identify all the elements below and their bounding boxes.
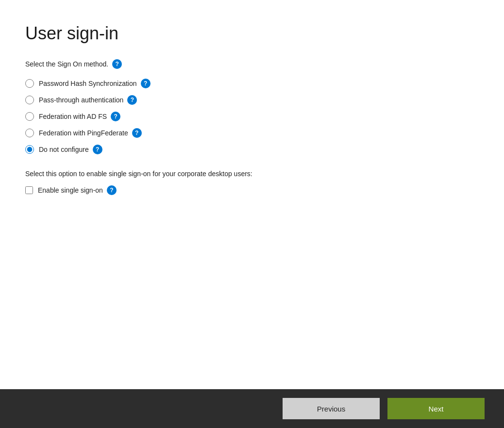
help-icon-sso[interactable]: ? bbox=[107, 185, 117, 195]
checkbox-item-sso[interactable]: Enable single sign-on ? bbox=[25, 185, 479, 195]
sso-description: Select this option to enable single sign… bbox=[25, 170, 479, 178]
radio-item-adfs[interactable]: Federation with AD FS ? bbox=[25, 112, 479, 121]
sign-on-radio-group: Password Hash Synchronization ? Pass-thr… bbox=[25, 79, 479, 154]
section-help-icon[interactable]: ? bbox=[112, 59, 122, 69]
main-content: User sign-in Select the Sign On method. … bbox=[0, 0, 504, 389]
next-button[interactable]: Next bbox=[387, 398, 485, 419]
help-icon-phs[interactable]: ? bbox=[141, 79, 151, 88]
radio-item-phs[interactable]: Password Hash Synchronization ? bbox=[25, 79, 479, 88]
sso-section: Select this option to enable single sign… bbox=[25, 170, 479, 195]
radio-ping[interactable] bbox=[25, 129, 34, 137]
help-icon-pta[interactable]: ? bbox=[127, 95, 137, 105]
radio-phs[interactable] bbox=[25, 79, 34, 88]
radio-adfs[interactable] bbox=[25, 112, 34, 121]
radio-none[interactable] bbox=[25, 145, 34, 154]
radio-item-none[interactable]: Do not configure ? bbox=[25, 145, 479, 154]
help-icon-none[interactable]: ? bbox=[93, 145, 102, 154]
help-icon-ping[interactable]: ? bbox=[132, 128, 142, 138]
checkbox-sso[interactable] bbox=[25, 186, 33, 194]
footer: Previous Next bbox=[0, 389, 504, 428]
radio-pta[interactable] bbox=[25, 96, 34, 104]
previous-button[interactable]: Previous bbox=[283, 398, 380, 419]
page-title: User sign-in bbox=[25, 23, 479, 44]
radio-item-pta[interactable]: Pass-through authentication ? bbox=[25, 95, 479, 105]
help-icon-adfs[interactable]: ? bbox=[111, 112, 120, 121]
radio-item-ping[interactable]: Federation with PingFederate ? bbox=[25, 128, 479, 138]
section-label: Select the Sign On method. ? bbox=[25, 59, 479, 69]
